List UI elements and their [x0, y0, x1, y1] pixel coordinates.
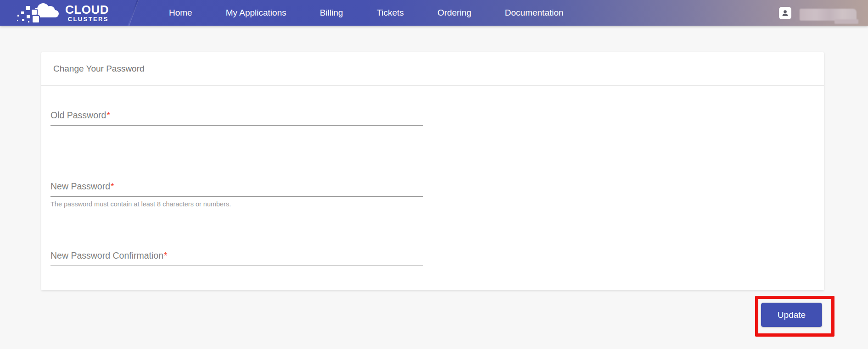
brand-text: CLOUD CLUSTERS	[65, 4, 109, 22]
redacted-username[interactable]	[800, 9, 857, 21]
cloud-clusters-logo[interactable]: CLOUD CLUSTERS	[16, 1, 109, 24]
new-password-confirmation-input[interactable]	[50, 249, 423, 266]
top-navbar: CLOUD CLUSTERS Home My Applications Bill…	[0, 0, 868, 26]
nav-item-tickets[interactable]: Tickets	[376, 0, 403, 26]
brand-name-top: CLOUD	[65, 4, 109, 16]
nav-item-billing[interactable]: Billing	[320, 0, 343, 26]
user-avatar-icon[interactable]	[779, 7, 791, 19]
nav-item-my-applications[interactable]: My Applications	[226, 0, 286, 26]
new-password-input[interactable]	[50, 180, 423, 197]
password-helper-text: The password must contain at least 8 cha…	[50, 200, 423, 208]
brand-name-bottom: CLUSTERS	[68, 16, 109, 22]
card-header: Change Your Password	[41, 52, 824, 86]
update-button[interactable]: Update	[761, 303, 822, 327]
nav-slash-divider	[128, 0, 139, 26]
page-title: Change Your Password	[53, 64, 145, 74]
nav-item-home[interactable]: Home	[169, 0, 192, 26]
nav-menu: Home My Applications Billing Tickets Ord…	[169, 0, 564, 26]
nav-item-documentation[interactable]: Documentation	[505, 0, 564, 26]
new-password-confirmation-field: New Password Confirmation*	[50, 249, 423, 266]
change-password-card: Change Your Password Old Password* New P…	[41, 52, 824, 290]
nav-item-ordering[interactable]: Ordering	[437, 0, 471, 26]
new-password-field: New Password* The password must contain …	[50, 180, 423, 208]
old-password-input[interactable]	[50, 109, 423, 126]
old-password-field: Old Password*	[50, 109, 423, 126]
cloud-logo-icon	[16, 1, 63, 24]
person-icon	[781, 9, 790, 17]
